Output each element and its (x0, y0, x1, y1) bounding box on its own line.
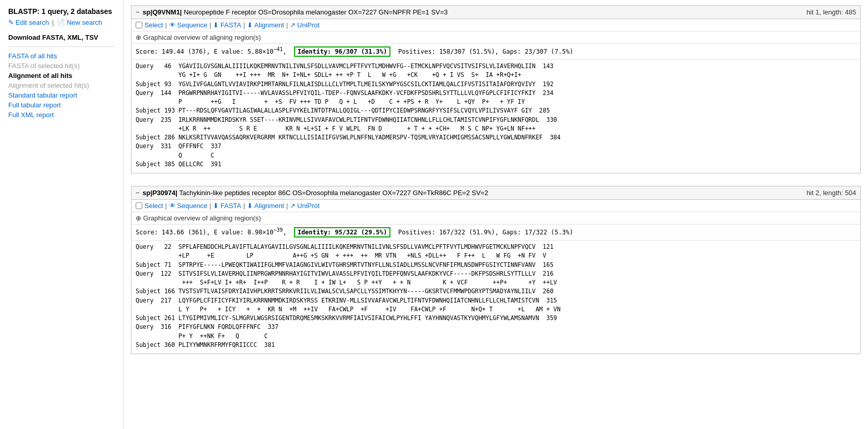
hit-block-2: − sp|P30974| Tachykinin-like peptides re… (131, 186, 861, 354)
alignment-dl-icon-2: ⬇ (247, 202, 253, 210)
sidebar-item-standard-tabular[interactable]: Standard tabular report (8, 91, 115, 99)
sidebar-item-alignment-all: Alignment of all hits (8, 72, 115, 80)
eye-icon-2: 👁 (169, 202, 176, 210)
sequence-btn-1[interactable]: 👁 Sequence (169, 21, 208, 29)
sidebar-item-alignment-selected: Alignment of selected hit(s) (8, 82, 115, 89)
fasta-btn-1[interactable]: ⬇ FASTA (213, 21, 241, 29)
main-content: − sp|Q9VNM1| Neuropeptide F receptor OS=… (124, 0, 868, 429)
new-doc-icon: 📄 (57, 19, 65, 26)
score-row-1: Score: 149.44 (376), E value: 5.88×10−41… (132, 44, 860, 60)
hit-accession-2: sp|P30974| (143, 189, 177, 197)
hit-header-1: − sp|Q9VNM1| Neuropeptide F receptor OS=… (132, 6, 860, 19)
hit-accession-1: sp|Q9VNM1| (143, 8, 182, 16)
sidebar-item-full-xml[interactable]: Full XML report (8, 111, 115, 119)
alignment-dl-icon-1: ⬇ (247, 21, 253, 29)
hit-header-left-2: − sp|P30974| Tachykinin-like peptides re… (136, 189, 488, 197)
hit-title-1: sp|Q9VNM1| Neuropeptide F receptor OS=Dr… (143, 8, 448, 16)
sequence-btn-2[interactable]: 👁 Sequence (169, 202, 208, 210)
select-checkbox-2[interactable] (136, 202, 142, 209)
uniprot-btn-2[interactable]: ↗ UniProt (290, 202, 319, 210)
app-title: BLASTP: 1 query, 2 databases (8, 7, 115, 15)
edit-search-link[interactable]: ✎ Edit search (8, 19, 49, 26)
select-btn-2[interactable]: Select (144, 202, 163, 210)
fasta-dl-icon-2: ⬇ (213, 202, 219, 210)
alignment-block-2: Query 22 SPFLAFENDDCHLPLAVIFTLALAYGAVIIL… (132, 241, 860, 354)
hit-title-2: sp|P30974| Tachykinin-like peptides rece… (143, 189, 488, 197)
download-section-title: Download FASTA, XML, TSV (8, 34, 115, 41)
alignment-btn-1[interactable]: ⬇ Alignment (247, 21, 284, 29)
hit-description-1: Neuropeptide F receptor OS=Drosophila me… (184, 8, 448, 16)
new-search-link[interactable]: 📄 New search (57, 19, 102, 26)
identity-badge-2: Identity: 95/322 (29.5%) (294, 227, 390, 237)
alignment-btn-2[interactable]: ⬇ Alignment (247, 202, 284, 210)
controls-row-1: Select | 👁 Sequence | ⬇ FASTA | ⬇ Alignm… (132, 19, 860, 31)
hit-header-left-1: − sp|Q9VNM1| Neuropeptide F receptor OS=… (136, 8, 448, 16)
separator: | (52, 19, 54, 26)
sidebar-item-full-tabular[interactable]: Full tabular report (8, 101, 115, 109)
sidebar-divider (8, 46, 115, 47)
fasta-dl-icon-1: ⬇ (213, 21, 219, 29)
alignment-block-1: Query 46 YGAVIILGVSGNLALIIIILKQKEMRNVTNI… (132, 60, 860, 173)
uniprot-btn-1[interactable]: ↗ UniProt (290, 21, 319, 29)
hit-toggle-2[interactable]: − (136, 189, 140, 197)
sidebar-item-fasta-all[interactable]: FASTA of all hits (8, 52, 115, 60)
identity-badge-1: Identity: 96/307 (31.3%) (294, 46, 390, 57)
select-checkbox-1[interactable] (136, 22, 142, 28)
graphical-overview-1[interactable]: ⊕ Graphical overview of aligning region(… (132, 31, 860, 44)
uniprot-ext-icon-2: ↗ (290, 202, 296, 210)
hit-info-1: hit 1, length: 485 (807, 8, 856, 16)
sidebar-item-fasta-selected: FASTA of selected hit(s) (8, 62, 115, 70)
select-btn-1[interactable]: Select (144, 21, 163, 29)
sidebar: BLASTP: 1 query, 2 databases ✎ Edit sear… (0, 0, 124, 429)
fasta-btn-2[interactable]: ⬇ FASTA (213, 202, 241, 210)
score-row-2: Score: 143.66 (361), E value: 8.98×10−39… (132, 225, 860, 241)
hit-info-2: hit 2, length: 504 (807, 189, 856, 197)
graphical-overview-2[interactable]: ⊕ Graphical overview of aligning region(… (132, 212, 860, 225)
edit-icon: ✎ (8, 19, 14, 26)
controls-row-2: Select | 👁 Sequence | ⬇ FASTA | ⬇ Alignm… (132, 200, 860, 212)
uniprot-ext-icon-1: ↗ (290, 21, 296, 29)
hit-description-2: Tachykinin-like peptides receptor 86C OS… (179, 189, 488, 197)
hit-toggle-1[interactable]: − (136, 8, 140, 16)
eye-icon-1: 👁 (169, 21, 176, 29)
hit-header-2: − sp|P30974| Tachykinin-like peptides re… (132, 186, 860, 200)
hit-block-1: − sp|Q9VNM1| Neuropeptide F receptor OS=… (131, 5, 861, 173)
action-bar: ✎ Edit search | 📄 New search (8, 19, 115, 26)
